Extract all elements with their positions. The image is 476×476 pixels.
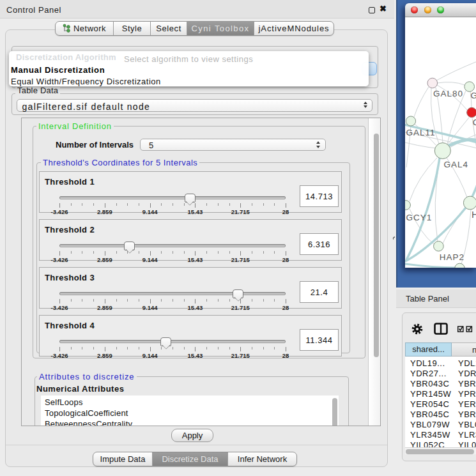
svg-text:H: H xyxy=(472,209,476,220)
svg-text:GAL80: GAL80 xyxy=(433,89,463,98)
svg-text:C: C xyxy=(473,118,476,127)
svg-text:GCY1: GCY1 xyxy=(406,213,433,222)
svg-text:GAL4: GAL4 xyxy=(443,160,468,169)
svg-text:HAP2: HAP2 xyxy=(440,252,464,262)
svg-text:GA: GA xyxy=(471,91,476,100)
svg-text:GAL11: GAL11 xyxy=(406,128,436,137)
